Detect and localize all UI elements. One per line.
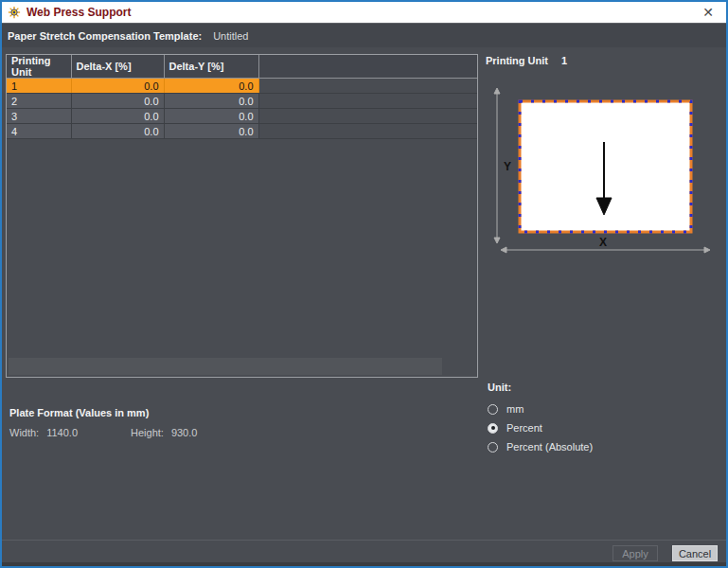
app-icon (8, 6, 21, 19)
y-axis (494, 88, 500, 243)
cell-delta-x[interactable]: 0.0 (71, 94, 164, 109)
horizontal-scrollbar-track[interactable] (9, 358, 442, 375)
width-value: 1140.0 (46, 427, 78, 438)
radio-label-mm: mm (506, 403, 524, 415)
cell-delta-x[interactable]: 0.0 (71, 109, 164, 124)
title-bar: Web Press Support ✕ (2, 2, 726, 23)
x-axis-label: X (599, 236, 607, 249)
cell-delta-y[interactable]: 0.0 (164, 109, 258, 124)
height-label: Height: (131, 427, 164, 438)
compensation-table-panel: Printing Unit Delta-X [%] Delta-Y [%] 1 … (6, 54, 478, 378)
button-bar-divider (2, 540, 726, 541)
cell-delta-x[interactable]: 0.0 (71, 79, 164, 94)
radio-circle-mm[interactable] (488, 404, 498, 415)
radio-circle-percent-absolute[interactable] (488, 442, 498, 453)
compensation-table: Printing Unit Delta-X [%] Delta-Y [%] 1 … (7, 55, 477, 139)
window-title: Web Press Support (27, 6, 131, 19)
printing-unit-label: Printing Unit (486, 55, 548, 66)
template-value: Untitled (213, 30, 248, 42)
plate-format-title: Plate Format (Values in mm) (9, 407, 149, 418)
table-row[interactable]: 2 0.0 0.0 (7, 94, 477, 109)
column-header-delta-x[interactable]: Delta-X [%] (71, 55, 164, 79)
plate-format-values: Width: 1140.0 Height: 930.0 (9, 427, 197, 438)
unit-group-label: Unit: (488, 382, 511, 393)
close-icon: ✕ (702, 5, 714, 20)
height-value: 930.0 (171, 427, 198, 438)
printing-unit-heading: Printing Unit1 (486, 55, 567, 66)
radio-label-percent: Percent (506, 422, 542, 434)
cell-delta-y[interactable]: 0.0 (164, 79, 258, 94)
radio-label-percent-absolute: Percent (Absolute) (506, 441, 593, 453)
cell-unit[interactable]: 4 (7, 124, 71, 139)
table-row[interactable]: 4 0.0 0.0 (7, 124, 477, 139)
template-label: Paper Stretch Compensation Template: (8, 30, 202, 42)
cell-delta-x[interactable]: 0.0 (71, 124, 164, 139)
apply-button[interactable]: Apply (613, 545, 658, 561)
radio-circle-percent[interactable] (488, 423, 498, 434)
cell-delta-y[interactable]: 0.0 (164, 124, 258, 139)
cell-unit[interactable]: 2 (7, 94, 71, 109)
table-header-row: Printing Unit Delta-X [%] Delta-Y [%] (7, 55, 477, 79)
cell-delta-y[interactable]: 0.0 (164, 94, 258, 109)
cell-unit[interactable]: 1 (7, 79, 71, 94)
table-row[interactable]: 1 0.0 0.0 (7, 79, 477, 94)
web-press-support-dialog: Web Press Support ✕ Paper Stretch Compen… (0, 0, 728, 568)
column-header-delta-y[interactable]: Delta-Y [%] (164, 55, 258, 79)
bottom-shadow (2, 562, 726, 566)
printing-unit-number: 1 (561, 55, 567, 66)
radio-percent-absolute[interactable]: Percent (Absolute) (488, 437, 593, 456)
cancel-button[interactable]: Cancel (672, 545, 718, 561)
table-row[interactable]: 3 0.0 0.0 (7, 109, 477, 124)
stretch-direction-diagram: Y X (480, 82, 719, 258)
radio-mm[interactable]: mm (488, 399, 593, 418)
radio-percent[interactable]: Percent (488, 418, 593, 437)
close-button[interactable]: ✕ (694, 2, 722, 23)
column-header-printing-unit[interactable]: Printing Unit (7, 55, 71, 79)
cell-unit[interactable]: 3 (7, 109, 71, 124)
unit-radio-group: mm Percent Percent (Absolute) (488, 399, 593, 456)
width-label: Width: (9, 427, 39, 438)
column-header-filler (258, 55, 477, 79)
y-axis-label: Y (504, 160, 511, 173)
template-bar: Paper Stretch Compensation Template: Unt… (2, 23, 726, 47)
